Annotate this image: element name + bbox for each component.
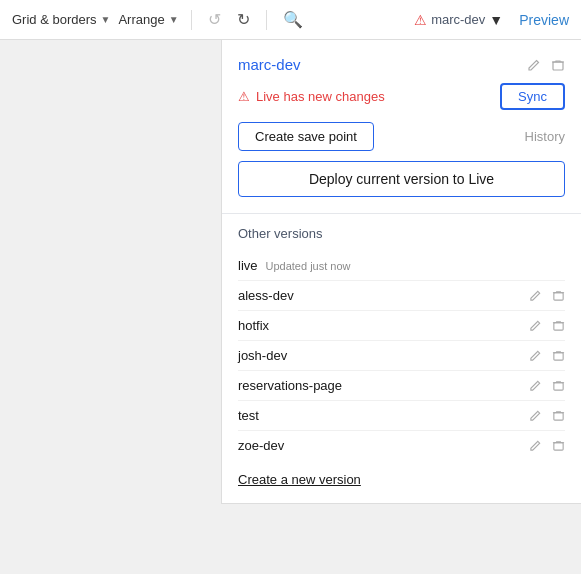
version-badge: Updated just now (266, 260, 351, 272)
panel-divider (222, 213, 581, 214)
edit-panel-button[interactable] (527, 58, 541, 72)
history-button[interactable]: History (525, 129, 565, 144)
deploy-button[interactable]: Deploy current version to Live (238, 161, 565, 197)
version-item: hotfix (238, 311, 565, 341)
pencil-icon (529, 379, 542, 392)
trash-icon (552, 319, 565, 332)
action-row: Create save point History (238, 122, 565, 151)
pencil-icon (529, 349, 542, 362)
arrange-chevron-icon: ▼ (169, 14, 179, 25)
pencil-icon (527, 58, 541, 72)
panel-title: marc-dev (238, 56, 301, 73)
trash-icon (552, 379, 565, 392)
version-delete-button[interactable] (552, 439, 565, 452)
search-button[interactable]: 🔍 (279, 6, 307, 33)
trash-icon (552, 349, 565, 362)
version-name: zoe-dev (238, 438, 284, 453)
panel-header: marc-dev (238, 56, 565, 73)
version-delete-button[interactable] (552, 409, 565, 422)
toolbar-brand-name: marc-dev (431, 12, 485, 27)
grid-borders-label: Grid & borders (12, 12, 97, 27)
version-item: liveUpdated just now (238, 251, 565, 281)
toolbar: Grid & borders ▼ Arrange ▼ ↺ ↻ 🔍 ⚠ marc-… (0, 0, 581, 40)
warning-icon: ⚠ (238, 89, 250, 104)
version-item: zoe-dev (238, 431, 565, 460)
grid-borders-chevron-icon: ▼ (101, 14, 111, 25)
version-delete-button[interactable] (552, 349, 565, 362)
version-name: test (238, 408, 259, 423)
version-list: liveUpdated just nowaless-devhotfixjosh-… (238, 251, 565, 460)
toolbar-alert: ⚠ marc-dev ▼ (414, 12, 503, 28)
version-actions (529, 289, 565, 302)
version-name: josh-dev (238, 348, 287, 363)
version-actions (529, 379, 565, 392)
version-item: aless-dev (238, 281, 565, 311)
versions-panel: marc-dev ⚠ Live has new changes Sync (221, 40, 581, 504)
version-item: josh-dev (238, 341, 565, 371)
panel-action-icons (527, 58, 565, 72)
grid-borders-menu[interactable]: Grid & borders ▼ (12, 12, 110, 27)
version-actions (529, 409, 565, 422)
version-delete-button[interactable] (552, 289, 565, 302)
pencil-icon (529, 439, 542, 452)
redo-button[interactable]: ↻ (233, 6, 254, 33)
sync-button[interactable]: Sync (500, 83, 565, 110)
create-new-version-button[interactable]: Create a new version (238, 472, 361, 487)
pencil-icon (529, 319, 542, 332)
version-edit-button[interactable] (529, 319, 542, 332)
other-versions-title: Other versions (238, 226, 565, 241)
version-name: hotfix (238, 318, 269, 333)
arrange-label: Arrange (118, 12, 164, 27)
svg-rect-12 (554, 443, 563, 450)
version-edit-button[interactable] (529, 289, 542, 302)
pencil-icon (529, 289, 542, 302)
version-actions (529, 319, 565, 332)
undo-button[interactable]: ↺ (204, 6, 225, 33)
version-name: liveUpdated just now (238, 258, 351, 273)
warning-text-label: Live has new changes (256, 89, 385, 104)
svg-rect-8 (554, 383, 563, 390)
trash-icon (552, 439, 565, 452)
svg-rect-0 (553, 62, 563, 70)
preview-button[interactable]: Preview (519, 12, 569, 28)
svg-rect-4 (554, 323, 563, 330)
version-edit-button[interactable] (529, 349, 542, 362)
version-name: reservations-page (238, 378, 342, 393)
version-edit-button[interactable] (529, 409, 542, 422)
alert-icon: ⚠ (414, 12, 427, 28)
version-name: aless-dev (238, 288, 294, 303)
version-item: reservations-page (238, 371, 565, 401)
delete-panel-button[interactable] (551, 58, 565, 72)
brand-chevron-icon: ▼ (489, 12, 503, 28)
version-edit-button[interactable] (529, 439, 542, 452)
trash-icon (552, 409, 565, 422)
warning-row: ⚠ Live has new changes Sync (238, 83, 565, 110)
version-delete-button[interactable] (552, 379, 565, 392)
svg-rect-10 (554, 413, 563, 420)
version-item: test (238, 401, 565, 431)
toolbar-divider-2 (266, 10, 267, 30)
trash-icon (552, 289, 565, 302)
version-edit-button[interactable] (529, 379, 542, 392)
pencil-icon (529, 409, 542, 422)
toolbar-divider-1 (191, 10, 192, 30)
svg-rect-2 (554, 293, 563, 300)
trash-icon (551, 58, 565, 72)
create-save-point-button[interactable]: Create save point (238, 122, 374, 151)
arrange-menu[interactable]: Arrange ▼ (118, 12, 178, 27)
version-actions (529, 439, 565, 452)
version-actions (529, 349, 565, 362)
warning-message: ⚠ Live has new changes (238, 89, 385, 104)
svg-rect-6 (554, 353, 563, 360)
version-delete-button[interactable] (552, 319, 565, 332)
